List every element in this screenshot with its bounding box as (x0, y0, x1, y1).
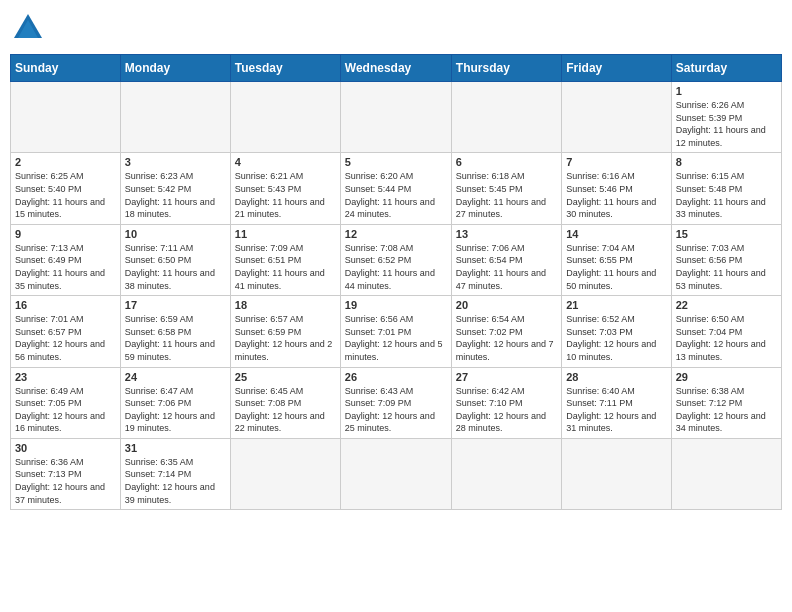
calendar-cell: 31Sunrise: 6:35 AMSunset: 7:14 PMDayligh… (120, 438, 230, 509)
calendar-week-3: 9Sunrise: 7:13 AMSunset: 6:49 PMDaylight… (11, 224, 782, 295)
day-number: 16 (15, 299, 116, 311)
calendar-cell: 24Sunrise: 6:47 AMSunset: 7:06 PMDayligh… (120, 367, 230, 438)
day-number: 6 (456, 156, 557, 168)
day-info: Sunrise: 6:45 AMSunset: 7:08 PMDaylight:… (235, 385, 336, 435)
calendar-cell: 8Sunrise: 6:15 AMSunset: 5:48 PMDaylight… (671, 153, 781, 224)
calendar-week-5: 23Sunrise: 6:49 AMSunset: 7:05 PMDayligh… (11, 367, 782, 438)
day-number: 9 (15, 228, 116, 240)
day-info: Sunrise: 6:25 AMSunset: 5:40 PMDaylight:… (15, 170, 116, 220)
calendar-cell: 28Sunrise: 6:40 AMSunset: 7:11 PMDayligh… (562, 367, 671, 438)
day-info: Sunrise: 6:59 AMSunset: 6:58 PMDaylight:… (125, 313, 226, 363)
day-header-monday: Monday (120, 55, 230, 82)
day-info: Sunrise: 6:56 AMSunset: 7:01 PMDaylight:… (345, 313, 447, 363)
calendar-cell: 29Sunrise: 6:38 AMSunset: 7:12 PMDayligh… (671, 367, 781, 438)
calendar-cell: 11Sunrise: 7:09 AMSunset: 6:51 PMDayligh… (230, 224, 340, 295)
day-info: Sunrise: 6:40 AMSunset: 7:11 PMDaylight:… (566, 385, 666, 435)
calendar-cell (451, 438, 561, 509)
calendar-cell: 30Sunrise: 6:36 AMSunset: 7:13 PMDayligh… (11, 438, 121, 509)
day-info: Sunrise: 6:47 AMSunset: 7:06 PMDaylight:… (125, 385, 226, 435)
calendar-cell (340, 438, 451, 509)
day-number: 24 (125, 371, 226, 383)
day-header-thursday: Thursday (451, 55, 561, 82)
calendar-cell: 22Sunrise: 6:50 AMSunset: 7:04 PMDayligh… (671, 296, 781, 367)
day-info: Sunrise: 6:49 AMSunset: 7:05 PMDaylight:… (15, 385, 116, 435)
day-info: Sunrise: 6:36 AMSunset: 7:13 PMDaylight:… (15, 456, 116, 506)
calendar-cell: 10Sunrise: 7:11 AMSunset: 6:50 PMDayligh… (120, 224, 230, 295)
calendar-week-6: 30Sunrise: 6:36 AMSunset: 7:13 PMDayligh… (11, 438, 782, 509)
day-number: 5 (345, 156, 447, 168)
day-number: 20 (456, 299, 557, 311)
day-number: 26 (345, 371, 447, 383)
day-number: 31 (125, 442, 226, 454)
calendar-week-2: 2Sunrise: 6:25 AMSunset: 5:40 PMDaylight… (11, 153, 782, 224)
day-number: 15 (676, 228, 777, 240)
calendar-cell (562, 82, 671, 153)
calendar-cell: 13Sunrise: 7:06 AMSunset: 6:54 PMDayligh… (451, 224, 561, 295)
day-info: Sunrise: 7:11 AMSunset: 6:50 PMDaylight:… (125, 242, 226, 292)
day-info: Sunrise: 7:08 AMSunset: 6:52 PMDaylight:… (345, 242, 447, 292)
calendar-cell (562, 438, 671, 509)
calendar-cell: 21Sunrise: 6:52 AMSunset: 7:03 PMDayligh… (562, 296, 671, 367)
page-header (10, 10, 782, 46)
calendar-cell: 2Sunrise: 6:25 AMSunset: 5:40 PMDaylight… (11, 153, 121, 224)
day-number: 12 (345, 228, 447, 240)
day-info: Sunrise: 6:38 AMSunset: 7:12 PMDaylight:… (676, 385, 777, 435)
calendar-week-4: 16Sunrise: 7:01 AMSunset: 6:57 PMDayligh… (11, 296, 782, 367)
calendar-cell: 7Sunrise: 6:16 AMSunset: 5:46 PMDaylight… (562, 153, 671, 224)
day-number: 7 (566, 156, 666, 168)
day-number: 22 (676, 299, 777, 311)
day-number: 8 (676, 156, 777, 168)
day-info: Sunrise: 7:09 AMSunset: 6:51 PMDaylight:… (235, 242, 336, 292)
calendar-cell: 16Sunrise: 7:01 AMSunset: 6:57 PMDayligh… (11, 296, 121, 367)
day-number: 30 (15, 442, 116, 454)
day-number: 3 (125, 156, 226, 168)
day-header-tuesday: Tuesday (230, 55, 340, 82)
calendar-cell: 20Sunrise: 6:54 AMSunset: 7:02 PMDayligh… (451, 296, 561, 367)
calendar-cell: 25Sunrise: 6:45 AMSunset: 7:08 PMDayligh… (230, 367, 340, 438)
day-info: Sunrise: 7:03 AMSunset: 6:56 PMDaylight:… (676, 242, 777, 292)
day-info: Sunrise: 6:42 AMSunset: 7:10 PMDaylight:… (456, 385, 557, 435)
day-info: Sunrise: 6:50 AMSunset: 7:04 PMDaylight:… (676, 313, 777, 363)
calendar-cell (340, 82, 451, 153)
day-number: 19 (345, 299, 447, 311)
day-number: 28 (566, 371, 666, 383)
day-info: Sunrise: 6:35 AMSunset: 7:14 PMDaylight:… (125, 456, 226, 506)
day-number: 23 (15, 371, 116, 383)
calendar-cell: 5Sunrise: 6:20 AMSunset: 5:44 PMDaylight… (340, 153, 451, 224)
day-number: 29 (676, 371, 777, 383)
day-info: Sunrise: 6:26 AMSunset: 5:39 PMDaylight:… (676, 99, 777, 149)
day-number: 25 (235, 371, 336, 383)
calendar-cell (230, 438, 340, 509)
day-number: 2 (15, 156, 116, 168)
day-number: 27 (456, 371, 557, 383)
calendar-cell (120, 82, 230, 153)
day-number: 4 (235, 156, 336, 168)
calendar-cell: 15Sunrise: 7:03 AMSunset: 6:56 PMDayligh… (671, 224, 781, 295)
day-info: Sunrise: 6:21 AMSunset: 5:43 PMDaylight:… (235, 170, 336, 220)
day-number: 14 (566, 228, 666, 240)
day-number: 11 (235, 228, 336, 240)
day-header-friday: Friday (562, 55, 671, 82)
day-info: Sunrise: 6:15 AMSunset: 5:48 PMDaylight:… (676, 170, 777, 220)
day-number: 13 (456, 228, 557, 240)
calendar-table: SundayMondayTuesdayWednesdayThursdayFrid… (10, 54, 782, 510)
day-info: Sunrise: 6:52 AMSunset: 7:03 PMDaylight:… (566, 313, 666, 363)
day-info: Sunrise: 7:13 AMSunset: 6:49 PMDaylight:… (15, 242, 116, 292)
day-number: 17 (125, 299, 226, 311)
day-number: 21 (566, 299, 666, 311)
calendar-cell (230, 82, 340, 153)
day-info: Sunrise: 7:04 AMSunset: 6:55 PMDaylight:… (566, 242, 666, 292)
day-info: Sunrise: 7:01 AMSunset: 6:57 PMDaylight:… (15, 313, 116, 363)
calendar-cell: 6Sunrise: 6:18 AMSunset: 5:45 PMDaylight… (451, 153, 561, 224)
day-info: Sunrise: 6:18 AMSunset: 5:45 PMDaylight:… (456, 170, 557, 220)
calendar-header-row: SundayMondayTuesdayWednesdayThursdayFrid… (11, 55, 782, 82)
calendar-cell: 4Sunrise: 6:21 AMSunset: 5:43 PMDaylight… (230, 153, 340, 224)
day-info: Sunrise: 6:20 AMSunset: 5:44 PMDaylight:… (345, 170, 447, 220)
day-info: Sunrise: 6:16 AMSunset: 5:46 PMDaylight:… (566, 170, 666, 220)
calendar-cell (671, 438, 781, 509)
calendar-cell: 9Sunrise: 7:13 AMSunset: 6:49 PMDaylight… (11, 224, 121, 295)
day-number: 18 (235, 299, 336, 311)
day-info: Sunrise: 6:57 AMSunset: 6:59 PMDaylight:… (235, 313, 336, 363)
calendar-cell: 14Sunrise: 7:04 AMSunset: 6:55 PMDayligh… (562, 224, 671, 295)
calendar-cell (11, 82, 121, 153)
